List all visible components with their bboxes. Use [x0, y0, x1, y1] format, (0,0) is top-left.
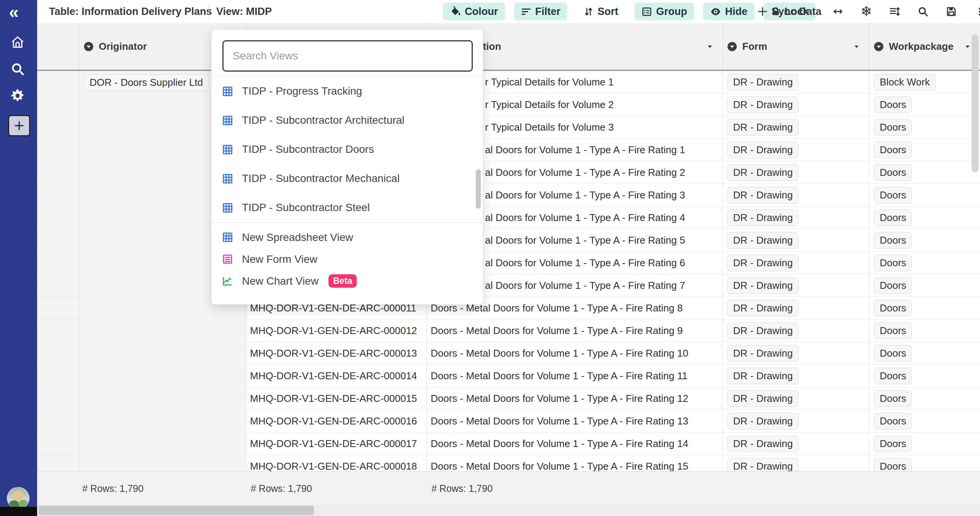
- row-number-cell[interactable]: [37, 432, 79, 455]
- form-cell[interactable]: DR - Drawing: [723, 229, 869, 251]
- row-number-cell[interactable]: [37, 410, 79, 432]
- view-title[interactable]: View: MIDP: [216, 0, 272, 23]
- description-cell[interactable]: Doors - Metal Doors for Volume 1 - Type …: [427, 365, 723, 387]
- workpackage-cell[interactable]: Doors: [869, 342, 980, 364]
- horizontal-scrollbar-track[interactable]: [37, 505, 980, 516]
- gear-icon[interactable]: [10, 88, 27, 105]
- workpackage-cell[interactable]: Doors: [869, 432, 980, 455]
- form-cell[interactable]: DR - Drawing: [723, 455, 869, 471]
- form-cell[interactable]: DR - Drawing: [723, 139, 869, 161]
- hide-button[interactable]: Hide: [703, 3, 755, 20]
- row-number-cell[interactable]: [37, 252, 79, 274]
- row-number-cell[interactable]: [37, 274, 79, 297]
- chevron-down-icon[interactable]: [706, 43, 714, 51]
- workpackage-cell[interactable]: Doors: [869, 116, 980, 138]
- row-number-cell[interactable]: [37, 342, 79, 365]
- chevron-down-icon[interactable]: [853, 43, 861, 51]
- originator-chip[interactable]: DOR - Doors Supplier Ltd: [84, 74, 209, 91]
- workpackage-cell[interactable]: Doors: [869, 229, 980, 251]
- workpackage-cell[interactable]: Doors: [869, 297, 980, 319]
- row-number-cell[interactable]: [37, 139, 79, 161]
- description-cell[interactable]: Doors - Metal Doors for Volume 1 - Type …: [427, 410, 723, 432]
- row-number-cell[interactable]: [37, 319, 79, 342]
- view-item[interactable]: TIDP - Subcontractor Mechanical: [212, 164, 483, 193]
- workpackage-cell[interactable]: Doors: [869, 387, 980, 410]
- form-cell[interactable]: DR - Drawing: [723, 297, 869, 319]
- description-cell[interactable]: Doors - Metal Doors for Volume 1 - Type …: [427, 319, 723, 342]
- row-number-cell[interactable]: [37, 455, 79, 471]
- id-cell[interactable]: MHQ-DOR-V1-GEN-DE-ARC-000013: [247, 342, 427, 364]
- row-number-cell[interactable]: [37, 161, 79, 184]
- freeze-button[interactable]: ❄: [858, 3, 875, 20]
- sort-button[interactable]: Sort: [577, 3, 625, 20]
- save-button[interactable]: [943, 3, 960, 20]
- row-number-cell[interactable]: [37, 71, 79, 93]
- views-scrollbar-thumb[interactable]: [476, 169, 481, 209]
- add-button[interactable]: [8, 115, 30, 136]
- form-cell[interactable]: DR - Drawing: [723, 342, 869, 364]
- workpackage-cell[interactable]: Doors: [869, 274, 980, 296]
- form-cell[interactable]: DR - Drawing: [723, 71, 869, 93]
- view-item[interactable]: TIDP - Subcontractor Doors: [212, 135, 483, 164]
- id-cell[interactable]: MHQ-DOR-V1-GEN-DE-ARC-000014: [247, 365, 427, 387]
- row-number-cell[interactable]: [37, 297, 79, 319]
- header-workpackage[interactable]: Workpackage: [869, 23, 980, 70]
- create-form-view-item[interactable]: New Form View: [212, 248, 483, 270]
- row-number-cell[interactable]: [37, 229, 79, 252]
- description-cell[interactable]: Doors - Metal Doors for Volume 1 - Type …: [427, 455, 723, 471]
- description-cell[interactable]: Doors - Metal Doors for Volume 1 - Type …: [427, 342, 723, 364]
- view-item[interactable]: TIDP - Subcontractor Steel: [212, 193, 483, 222]
- workpackage-cell[interactable]: Doors: [869, 319, 980, 342]
- workpackage-cell[interactable]: Block Work: [869, 71, 980, 93]
- form-cell[interactable]: DR - Drawing: [723, 274, 869, 296]
- row-height-button[interactable]: [886, 3, 903, 20]
- id-cell[interactable]: MHQ-DOR-V1-GEN-DE-ARC-000016: [247, 410, 427, 432]
- row-number-cell[interactable]: [37, 206, 79, 229]
- vertical-scrollbar-thumb[interactable]: [972, 34, 978, 172]
- id-cell[interactable]: MHQ-DOR-V1-GEN-DE-ARC-000018: [247, 455, 427, 471]
- form-cell[interactable]: DR - Drawing: [723, 432, 869, 455]
- colour-button[interactable]: Colour: [443, 3, 505, 20]
- group-button[interactable]: Group: [634, 3, 694, 20]
- more-button[interactable]: [971, 3, 980, 20]
- form-cell[interactable]: DR - Drawing: [723, 206, 869, 229]
- form-cell[interactable]: DR - Drawing: [723, 161, 869, 183]
- form-cell[interactable]: DR - Drawing: [723, 252, 869, 274]
- row-number-cell[interactable]: [37, 365, 79, 387]
- home-icon[interactable]: [10, 34, 27, 51]
- collapse-sidebar-icon[interactable]: «: [3, 2, 24, 21]
- form-cell[interactable]: DR - Drawing: [723, 410, 869, 432]
- workpackage-cell[interactable]: Doors: [869, 365, 980, 387]
- description-cell[interactable]: Doors - Metal Doors for Volume 1 - Type …: [427, 387, 723, 410]
- description-cell[interactable]: Doors - Metal Doors for Volume 1 - Type …: [427, 432, 723, 455]
- form-cell[interactable]: DR - Drawing: [723, 93, 869, 116]
- workpackage-cell[interactable]: Doors: [869, 252, 980, 274]
- search-icon[interactable]: [10, 61, 27, 78]
- form-cell[interactable]: DR - Drawing: [723, 184, 869, 206]
- expand-horizontal-button[interactable]: [830, 3, 846, 20]
- id-cell[interactable]: MHQ-DOR-V1-GEN-DE-ARC-000015: [247, 387, 427, 410]
- workpackage-cell[interactable]: Doors: [869, 206, 980, 229]
- row-number-cell[interactable]: [37, 116, 79, 139]
- chevron-down-icon[interactable]: [964, 43, 972, 51]
- form-cell[interactable]: DR - Drawing: [723, 365, 869, 387]
- workpackage-cell[interactable]: Doors: [869, 93, 980, 116]
- header-form[interactable]: Form: [723, 23, 869, 70]
- view-item[interactable]: TIDP - Progress Tracking: [212, 77, 483, 106]
- avatar[interactable]: [7, 487, 29, 509]
- form-cell[interactable]: DR - Drawing: [723, 116, 869, 138]
- sync-data-button[interactable]: Sync Data: [757, 3, 822, 20]
- create-chart-view-item[interactable]: New Chart ViewBeta: [212, 270, 483, 292]
- row-number-cell[interactable]: [37, 387, 79, 410]
- search-views-input[interactable]: [222, 40, 473, 72]
- row-number-cell[interactable]: [37, 93, 79, 116]
- filter-button[interactable]: Filter: [514, 3, 567, 20]
- search-button[interactable]: [915, 3, 931, 20]
- horizontal-scrollbar-thumb[interactable]: [38, 506, 314, 515]
- workpackage-cell[interactable]: Doors: [869, 184, 980, 206]
- view-item[interactable]: TIDP - Subcontractor Architectural: [212, 106, 483, 135]
- workpackage-cell[interactable]: Doors: [869, 161, 980, 183]
- workpackage-cell[interactable]: Doors: [869, 410, 980, 432]
- row-number-cell[interactable]: [37, 184, 79, 206]
- form-cell[interactable]: DR - Drawing: [723, 319, 869, 342]
